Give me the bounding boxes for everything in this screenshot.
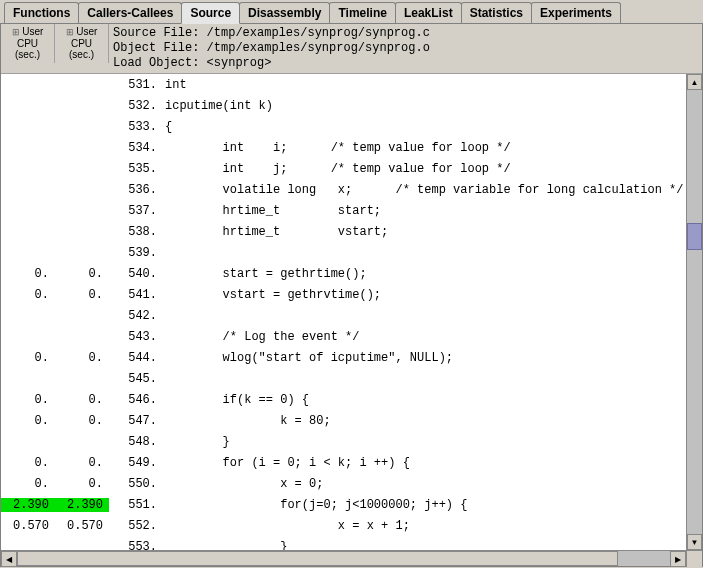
source-row[interactable]: 538. hrtime_t vstart; <box>1 221 686 242</box>
line-number: 542. <box>109 309 161 323</box>
exclusive-cpu-value: 0. <box>1 477 55 491</box>
source-text: { <box>161 120 686 134</box>
source-row[interactable]: 533.{ <box>1 116 686 137</box>
vertical-scrollbar[interactable]: ▲ ▼ <box>686 74 702 550</box>
scroll-left-button[interactable]: ◀ <box>1 551 17 567</box>
source-row[interactable]: 553. } <box>1 536 686 550</box>
source-row[interactable]: 548. } <box>1 431 686 452</box>
line-number: 551. <box>109 498 161 512</box>
tab-leaklist[interactable]: LeakList <box>395 2 462 23</box>
col-header-text: CPU <box>17 38 38 49</box>
tab-functions[interactable]: Functions <box>4 2 79 23</box>
line-number: 545. <box>109 372 161 386</box>
source-row[interactable]: 536. volatile long x; /* temp variable f… <box>1 179 686 200</box>
tab-source[interactable]: Source <box>181 2 240 24</box>
source-text: start = gethrtime(); <box>161 267 686 281</box>
exclusive-cpu-value: 0. <box>1 288 55 302</box>
source-text: int j; /* temp value for loop */ <box>161 162 686 176</box>
arrow-left-icon: ◀ <box>6 555 12 564</box>
source-row[interactable]: 543. /* Log the event */ <box>1 326 686 347</box>
line-number: 537. <box>109 204 161 218</box>
source-row[interactable]: 0.0.549. for (i = 0; i < k; i ++) { <box>1 452 686 473</box>
col-header-text: User <box>76 26 97 37</box>
source-text: vstart = gethrvtime(); <box>161 288 686 302</box>
source-text: /* Log the event */ <box>161 330 686 344</box>
source-row[interactable]: 0.0.547. k = 80; <box>1 410 686 431</box>
line-number: 550. <box>109 477 161 491</box>
source-text: } <box>161 435 686 449</box>
vertical-scroll-track[interactable] <box>687 90 702 534</box>
column-header-exclusive-cpu[interactable]: ⊞ User CPU (sec.) <box>1 24 55 63</box>
vertical-scroll-thumb[interactable] <box>687 223 702 250</box>
horizontal-scrollbar[interactable]: ◀ ▶ <box>1 550 702 566</box>
tab-callers-callees[interactable]: Callers-Callees <box>78 2 182 23</box>
source-text: for(j=0; j<1000000; j++) { <box>161 498 686 512</box>
horizontal-scroll-thumb[interactable] <box>17 551 618 566</box>
header-row: ⊞ User CPU (sec.) ⊞ User CPU (sec.) Sour… <box>1 24 702 74</box>
column-header-inclusive-cpu[interactable]: ⊞ User CPU (sec.) <box>55 24 109 63</box>
source-text: wlog("start of icputime", NULL); <box>161 351 686 365</box>
col-header-text: (sec.) <box>69 49 94 60</box>
line-number: 540. <box>109 267 161 281</box>
scroll-up-button[interactable]: ▲ <box>687 74 702 90</box>
source-row[interactable]: 0.0.541. vstart = gethrvtime(); <box>1 284 686 305</box>
exclusive-cpu-value: 0.570 <box>1 519 55 533</box>
source-text: icputime(int k) <box>161 99 686 113</box>
metric-icon: ⊞ <box>66 27 74 37</box>
exclusive-cpu-value: 0. <box>1 351 55 365</box>
source-row[interactable]: 0.0.546. if(k == 0) { <box>1 389 686 410</box>
code-lines: 531.int532.icputime(int k)533.{534. int … <box>1 74 686 550</box>
code-area[interactable]: 531.int532.icputime(int k)533.{534. int … <box>1 74 686 550</box>
scroll-right-button[interactable]: ▶ <box>670 551 686 567</box>
line-number: 541. <box>109 288 161 302</box>
tab-timeline[interactable]: Timeline <box>329 2 395 23</box>
source-row[interactable]: 531.int <box>1 74 686 95</box>
exclusive-cpu-value: 2.390 <box>1 498 55 512</box>
source-row[interactable]: 0.0.540. start = gethrtime(); <box>1 263 686 284</box>
tab-experiments[interactable]: Experiments <box>531 2 621 23</box>
col-header-text: CPU <box>71 38 92 49</box>
source-text: hrtime_t start; <box>161 204 686 218</box>
source-row[interactable]: 535. int j; /* temp value for loop */ <box>1 158 686 179</box>
source-text: if(k == 0) { <box>161 393 686 407</box>
source-row[interactable]: 539. <box>1 242 686 263</box>
col-header-text: User <box>22 26 43 37</box>
source-row[interactable]: 0.0.550. x = 0; <box>1 473 686 494</box>
tab-statistics[interactable]: Statistics <box>461 2 532 23</box>
tab-disassembly[interactable]: Disassembly <box>239 2 330 23</box>
line-number: 548. <box>109 435 161 449</box>
arrow-right-icon: ▶ <box>675 555 681 564</box>
source-row[interactable]: 534. int i; /* temp value for loop */ <box>1 137 686 158</box>
source-row[interactable]: 0.0.544. wlog("start of icputime", NULL)… <box>1 347 686 368</box>
source-text: int i; /* temp value for loop */ <box>161 141 686 155</box>
file-info: Source File: /tmp/examples/synprog/synpr… <box>109 24 702 73</box>
line-number: 538. <box>109 225 161 239</box>
line-number: 532. <box>109 99 161 113</box>
line-number: 535. <box>109 162 161 176</box>
scroll-down-button[interactable]: ▼ <box>687 534 702 550</box>
line-number: 544. <box>109 351 161 365</box>
load-object-line: Load Object: <synprog> <box>113 56 271 70</box>
source-row[interactable]: 532.icputime(int k) <box>1 95 686 116</box>
source-panel: ⊞ User CPU (sec.) ⊞ User CPU (sec.) Sour… <box>0 24 703 567</box>
line-number: 553. <box>109 540 161 551</box>
metric-icon: ⊞ <box>12 27 20 37</box>
line-number: 536. <box>109 183 161 197</box>
source-row[interactable]: 542. <box>1 305 686 326</box>
inclusive-cpu-value: 0.570 <box>55 519 109 533</box>
source-row[interactable]: 2.3902.390551. for(j=0; j<1000000; j++) … <box>1 494 686 515</box>
source-row[interactable]: 537. hrtime_t start; <box>1 200 686 221</box>
source-text: x = x + 1; <box>161 519 686 533</box>
line-number: 531. <box>109 78 161 92</box>
horizontal-scroll-track[interactable] <box>17 551 670 566</box>
line-number: 552. <box>109 519 161 533</box>
inclusive-cpu-value: 0. <box>55 267 109 281</box>
source-row[interactable]: 545. <box>1 368 686 389</box>
arrow-up-icon: ▲ <box>691 78 699 87</box>
inclusive-cpu-value: 2.390 <box>55 498 109 512</box>
exclusive-cpu-value: 0. <box>1 393 55 407</box>
arrow-down-icon: ▼ <box>691 538 699 547</box>
source-row[interactable]: 0.5700.570552. x = x + 1; <box>1 515 686 536</box>
inclusive-cpu-value: 0. <box>55 477 109 491</box>
inclusive-cpu-value: 0. <box>55 288 109 302</box>
